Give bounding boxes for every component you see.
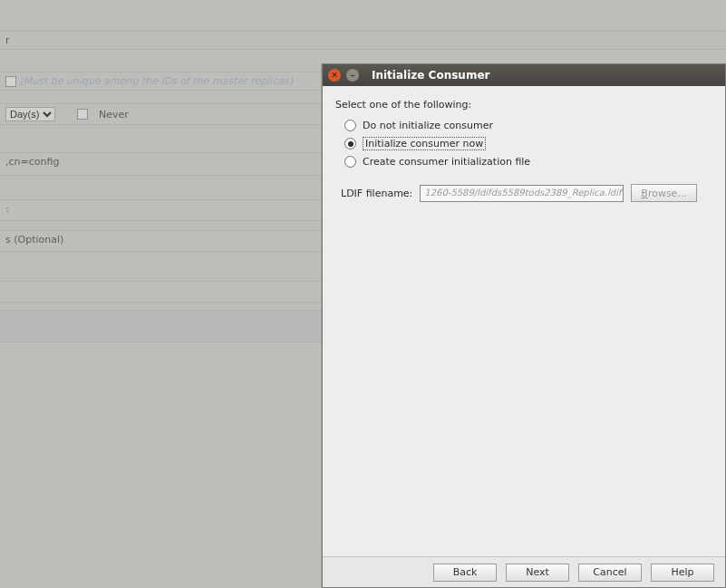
minimize-icon[interactable]: – xyxy=(346,69,359,82)
radio-icon xyxy=(344,138,356,149)
radio-icon xyxy=(344,156,356,168)
bg-never-label: Never xyxy=(99,109,129,120)
browse-button[interactable]: Browse... xyxy=(631,184,697,202)
dialog-title: Initialize Consumer xyxy=(372,69,489,82)
bg-optional-fragment: s (Optional) xyxy=(5,234,63,246)
bg-checkbox[interactable] xyxy=(5,76,16,87)
radio-no-init-label: Do not initialize consumer xyxy=(363,120,493,131)
back-button[interactable]: Back xyxy=(433,564,497,582)
radio-init-now-label: Initialize consumer now xyxy=(363,137,486,150)
bg-dn-fragment: ,cn=config xyxy=(5,156,59,168)
radio-create-file[interactable]: Create consumer initialization file xyxy=(344,156,712,168)
dialog-body: Select one of the following: Do not init… xyxy=(323,86,725,556)
radio-init-now[interactable]: Initialize consumer now xyxy=(344,137,712,150)
bg-header-fragment: r xyxy=(5,34,10,46)
help-button[interactable]: Help xyxy=(651,564,714,582)
cancel-button[interactable]: Cancel xyxy=(578,564,642,582)
next-button[interactable]: Next xyxy=(506,564,569,582)
ldif-filename-label: LDIF filename: xyxy=(341,188,412,199)
initialize-consumer-dialog: ✕ – Initialize Consumer Select one of th… xyxy=(322,63,726,588)
dialog-titlebar[interactable]: ✕ – Initialize Consumer xyxy=(323,64,725,86)
ldif-filename-input[interactable]: 1260-5589/ldifds5589tods2389_Replica.ldi… xyxy=(420,185,624,202)
dialog-footer: Back Next Cancel Help xyxy=(323,556,725,587)
radio-create-file-label: Create consumer initialization file xyxy=(363,156,530,168)
bg-never-checkbox[interactable] xyxy=(77,109,88,120)
bg-colon-fragment: : xyxy=(5,203,9,215)
bg-unique-hint: (Must be unique among the IDs of the mas… xyxy=(20,75,294,87)
dialog-prompt: Select one of the following: xyxy=(335,99,712,111)
radio-no-init[interactable]: Do not initialize consumer xyxy=(344,120,712,131)
bg-days-select[interactable]: Day(s) xyxy=(5,107,55,121)
close-icon[interactable]: ✕ xyxy=(328,69,341,82)
radio-icon xyxy=(344,120,356,131)
